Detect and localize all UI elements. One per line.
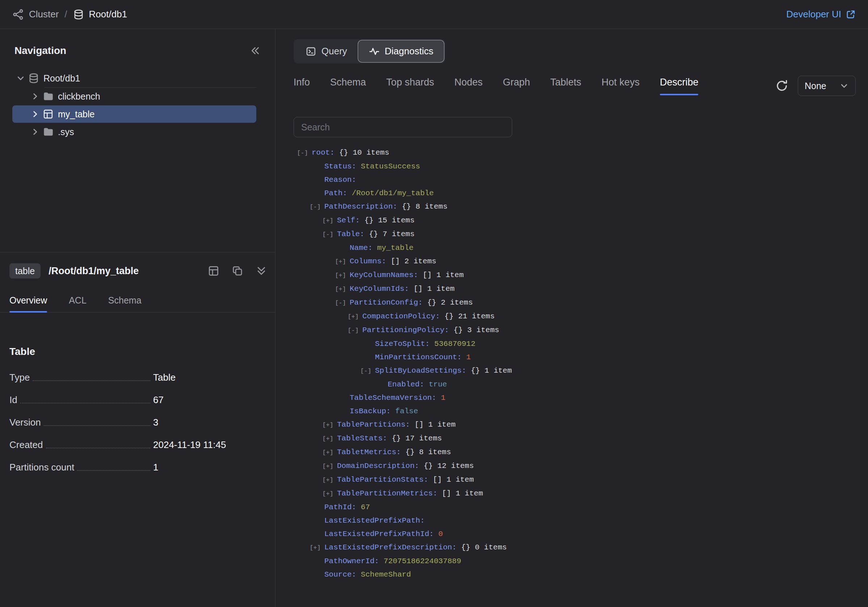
info-value: 67 [153, 394, 256, 406]
json-container-summary: {} 7 items [369, 230, 414, 238]
tab-graph[interactable]: Graph [503, 77, 530, 95]
folder-icon [43, 126, 54, 137]
json-value: 67 [361, 503, 370, 511]
json-value: 72075186224037889 [384, 557, 461, 565]
json-expander-toggle[interactable]: [+] [332, 255, 350, 269]
info-row-id: Id67 [9, 394, 256, 406]
collapse-sidebar-icon[interactable] [250, 45, 260, 56]
copy-path-icon[interactable] [232, 265, 243, 277]
json-expander-toggle[interactable]: [-] [294, 146, 312, 160]
json-expander-toggle[interactable]: [+] [344, 310, 362, 323]
info-row-type: TypeTable [9, 371, 256, 383]
breadcrumb-cluster[interactable]: Cluster [29, 9, 59, 20]
expand-summary-icon[interactable] [256, 265, 267, 277]
summary-tab-schema[interactable]: Schema [108, 295, 141, 312]
summary-tab-acl[interactable]: ACL [69, 295, 87, 312]
json-expander-toggle[interactable]: [-] [332, 296, 350, 310]
developer-ui-link[interactable]: Developer UI [786, 9, 856, 20]
json-container-summary: {} 3 items [454, 326, 499, 334]
json-key: PathOwnerId: [324, 557, 379, 565]
json-expander-toggle[interactable]: [-] [306, 200, 324, 214]
main-tabs: InfoSchemaTop shardsNodesGraphTabletsHot… [294, 77, 698, 95]
json-line-minpartitionscount: MinPartitionsCount: 1 [294, 351, 856, 364]
json-key: MinPartitionsCount: [375, 353, 462, 362]
chevron-right-icon[interactable] [30, 127, 40, 137]
open-preview-icon[interactable] [208, 265, 219, 277]
json-key: TableStats: [337, 434, 387, 442]
tab-info[interactable]: Info [294, 77, 310, 95]
tree-item-sys[interactable]: .sys [12, 123, 256, 141]
view-switch-query[interactable]: Query [295, 41, 357, 62]
json-container-summary: [] 1 item [414, 421, 455, 429]
json-line-sizetosplit: SizeToSplit: 536870912 [294, 337, 856, 351]
dotted-leader [46, 448, 150, 449]
json-key: PathDescription: [324, 202, 397, 211]
json-expander-toggle[interactable]: [+] [319, 446, 337, 459]
json-expander-toggle[interactable]: [+] [319, 473, 337, 487]
json-key: PathId: [324, 503, 356, 511]
json-value: 0 [438, 530, 443, 538]
dotted-leader [20, 403, 150, 404]
tree-item-label: clickbench [58, 91, 100, 102]
json-line-name: Name: my_table [294, 241, 856, 255]
json-expander-toggle[interactable]: [+] [332, 269, 350, 282]
json-expander-toggle[interactable]: [+] [319, 460, 337, 473]
navigation-header: Navigation [0, 29, 275, 67]
navigation-sidebar: Navigation Root/db1clickbenchmy_table.sy… [0, 29, 276, 607]
body: Navigation Root/db1clickbenchmy_table.sy… [0, 29, 868, 607]
autorefresh-select[interactable]: None [798, 76, 856, 96]
tab-schema[interactable]: Schema [330, 77, 366, 95]
json-expander-toggle[interactable]: [+] [319, 214, 337, 227]
navigation-title: Navigation [14, 45, 66, 56]
json-expander-toggle[interactable]: [+] [319, 487, 337, 500]
tab-hot-keys[interactable]: Hot keys [601, 77, 640, 95]
summary-tab-overview[interactable]: Overview [9, 295, 47, 312]
json-line-root: [-]root: {} 10 items [294, 146, 856, 160]
json-value: true [429, 380, 447, 389]
json-line-tabletmetrics: [+]TabletMetrics: {} 8 items [294, 446, 856, 459]
view-switch-diagnostics[interactable]: Diagnostics [359, 41, 443, 62]
json-expander-toggle[interactable]: [-] [357, 364, 375, 378]
tree-item-my-table[interactable]: my_table [12, 106, 256, 123]
refresh-icon[interactable] [775, 79, 788, 92]
tree-item-clickbench[interactable]: clickbench [12, 88, 256, 105]
json-container-summary: {} 12 items [423, 462, 474, 470]
json-value: false [395, 407, 418, 415]
json-expander-toggle[interactable]: [+] [319, 418, 337, 432]
chevron-right-icon[interactable] [30, 109, 40, 119]
json-expander-toggle[interactable]: [+] [319, 432, 337, 446]
json-line-path: Path: /Root/db1/my_table [294, 186, 856, 200]
json-line-pathownerid: PathOwnerId: 72075186224037889 [294, 554, 856, 568]
json-expander-toggle[interactable]: [+] [332, 283, 350, 296]
json-tree: [-]root: {} 10 itemsStatus: StatusSucces… [294, 146, 856, 607]
tree-item-root-db1[interactable]: Root/db1 [12, 70, 256, 87]
json-value: SchemeShard [361, 570, 411, 579]
json-expander-toggle[interactable]: [-] [319, 228, 337, 241]
json-expander-toggle[interactable]: [-] [344, 324, 362, 337]
json-value: 536870912 [434, 340, 475, 348]
cluster-icon [12, 9, 24, 20]
chevron-right-icon[interactable] [30, 92, 40, 101]
json-key: TablePartitionMetrics: [337, 489, 437, 498]
chevron-down-icon [839, 81, 849, 90]
search-input[interactable] [294, 117, 512, 137]
tab-nodes[interactable]: Nodes [454, 77, 482, 95]
info-label: Type [9, 371, 30, 383]
app: Cluster / Root/db1 Developer UI Navigati… [0, 0, 868, 607]
json-container-summary: [] 1 item [433, 475, 474, 484]
json-key: Table: [337, 230, 364, 238]
json-line-tablepartitionstats: [+]TablePartitionStats: [] 1 item [294, 473, 856, 487]
tab-top-shards[interactable]: Top shards [386, 77, 434, 95]
json-line-keycolumnids: [+]KeyColumnIds: [] 1 item [294, 282, 856, 296]
json-line-self: [+]Self: {} 15 items [294, 214, 856, 227]
json-expander-toggle[interactable]: [+] [306, 541, 324, 554]
json-key: TableSchemaVersion: [350, 394, 436, 402]
tab-describe[interactable]: Describe [660, 77, 699, 95]
search-row [294, 117, 856, 137]
json-key: TablePartitions: [337, 421, 410, 429]
breadcrumb-entity[interactable]: Root/db1 [89, 9, 127, 20]
chevron-down-icon[interactable] [16, 73, 25, 83]
json-container-summary: {} 17 items [392, 434, 442, 442]
tab-tablets[interactable]: Tablets [550, 77, 581, 95]
info-label: Id [9, 394, 17, 406]
